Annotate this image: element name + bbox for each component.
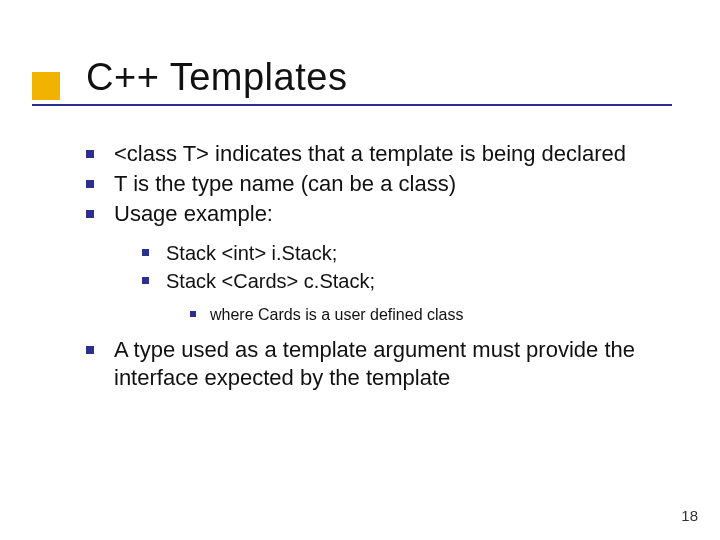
bullet-text: <class T> indicates that a template is b…: [114, 141, 626, 166]
sub-bullet-item: Stack <Cards> c.Stack; where Cards is a …: [142, 268, 676, 326]
slide-title: C++ Templates: [86, 56, 347, 99]
bullet-item: A type used as a template argument must …: [86, 336, 676, 392]
sub-sub-bullet-text: where Cards is a user defined class: [210, 306, 463, 323]
sub-sub-bullet-item: where Cards is a user defined class: [190, 304, 676, 326]
bullet-list: <class T> indicates that a template is b…: [86, 140, 676, 392]
sub-bullet-text: Stack <Cards> c.Stack;: [166, 270, 375, 292]
bullet-item: Usage example: Stack <int> i.Stack; Stac…: [86, 200, 676, 326]
bullet-text: T is the type name (can be a class): [114, 171, 456, 196]
title-underline: [32, 104, 672, 106]
bullet-item: <class T> indicates that a template is b…: [86, 140, 676, 168]
sub-sub-bullet-list: where Cards is a user defined class: [190, 304, 676, 326]
page-number: 18: [681, 507, 698, 524]
sub-bullet-list: Stack <int> i.Stack; Stack <Cards> c.Sta…: [142, 240, 676, 326]
sub-bullet-item: Stack <int> i.Stack;: [142, 240, 676, 266]
sub-bullet-text: Stack <int> i.Stack;: [166, 242, 337, 264]
bullet-item: T is the type name (can be a class): [86, 170, 676, 198]
bullet-text: A type used as a template argument must …: [114, 337, 635, 390]
content-area: <class T> indicates that a template is b…: [86, 140, 676, 394]
bullet-text: Usage example:: [114, 201, 273, 226]
accent-square: [32, 72, 60, 100]
